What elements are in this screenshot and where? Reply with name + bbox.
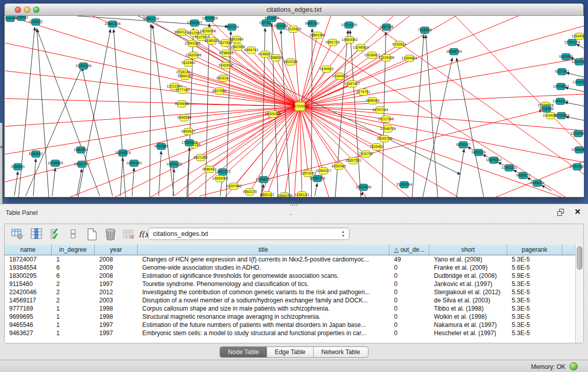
table-cell[interactable]: 1 — [52, 304, 95, 313]
network-node[interactable]: 10655287 — [186, 20, 202, 27]
table-row[interactable]: 1938455462009Genome-wide association stu… — [5, 264, 576, 272]
network-canvas[interactable]: 8960123891295518226058912750210543382818… — [5, 16, 584, 197]
network-node[interactable]: 9329966 — [559, 54, 573, 60]
network-node[interactable]: 12444154 — [552, 98, 568, 105]
network-node[interactable]: 12217948 — [378, 116, 394, 123]
network-node[interactable]: 13246614 — [353, 45, 368, 51]
table-cell[interactable]: Hescheler et al. (1997) — [429, 329, 507, 337]
network-node[interactable]: 3915941 — [11, 164, 25, 170]
network-node[interactable]: 16210643 — [553, 113, 569, 119]
table-cell[interactable]: 0 — [389, 304, 429, 313]
table-cell[interactable]: 49 — [389, 255, 429, 264]
table-row[interactable]: 2242004622012Investigating the contribut… — [5, 288, 576, 296]
network-node[interactable]: 8427552 — [212, 88, 226, 95]
table-cell[interactable]: Estimation of significance thresholds fo… — [138, 272, 389, 280]
table-cell[interactable]: Nakamura et al. (1997) — [429, 321, 507, 329]
tab-node-table[interactable]: Node Table — [220, 347, 267, 357]
table-cell[interactable]: Dudbridge et al. (2008) — [429, 272, 507, 280]
table-cell[interactable]: Franke et al. (2009) — [429, 264, 507, 272]
memory-ok-led-icon[interactable] — [570, 362, 578, 370]
table-cell[interactable]: 0 — [389, 280, 429, 288]
table-cell[interactable]: Tibbo et al. (1998) — [429, 304, 507, 313]
network-node[interactable]: 12160365 — [570, 130, 584, 137]
close-panel-icon[interactable]: ✕ — [574, 207, 581, 216]
network-node[interactable]: 11534908 — [572, 33, 584, 40]
network-node[interactable]: 16046798 — [376, 136, 392, 142]
network-node[interactable]: 9153624 — [392, 41, 406, 48]
table-cell[interactable]: 1997 — [95, 329, 138, 337]
column-header-name[interactable]: name — [5, 245, 52, 255]
table-cell[interactable]: Embryonic stem cells: a model to study s… — [138, 329, 389, 337]
network-node[interactable]: 21266344 — [396, 182, 412, 188]
network-node[interactable]: 11215438 — [379, 55, 395, 61]
table-cell[interactable]: 5.3E-5 — [507, 296, 562, 304]
table-cell[interactable]: 1997 — [95, 321, 138, 329]
table-row[interactable]: 1872400712008Changes of HCN gene express… — [5, 255, 576, 264]
table-cell[interactable]: 6 — [52, 264, 95, 272]
column-header-title[interactable]: title — [138, 245, 389, 255]
network-node[interactable]: 10038412 — [364, 52, 380, 59]
table-cell[interactable]: 0 — [389, 264, 429, 272]
table-cell[interactable]: 0 — [389, 329, 429, 337]
network-node[interactable]: 14853083 — [341, 37, 357, 43]
network-node[interactable]: 2035572 — [29, 19, 42, 26]
table-cell[interactable]: 14569117 — [5, 296, 52, 304]
table-cell[interactable]: 22420046 — [5, 288, 52, 296]
table-row[interactable]: 969969511998Structural magnetic resonanc… — [5, 313, 576, 321]
network-node[interactable]: 12923446 — [355, 184, 371, 191]
table-cell[interactable]: 5.3E-5 — [507, 280, 562, 288]
table-cell[interactable]: 2008 — [95, 255, 138, 264]
table-cell[interactable]: 5.3E-5 — [507, 313, 562, 321]
table-cell[interactable]: 5.3E-5 — [507, 255, 562, 264]
table-row[interactable]: 1456911722003Disruption of a novel membe… — [5, 296, 576, 304]
network-node[interactable]: 1667135 — [379, 24, 393, 31]
network-node[interactable]: 8215958 — [539, 106, 553, 113]
table-cell[interactable]: 1 — [52, 313, 95, 321]
table-cell[interactable]: Changes of HCN gene expression and I(f) … — [138, 255, 389, 264]
table-cell[interactable]: Jankovic et al. (1997) — [429, 280, 507, 288]
network-node[interactable]: 10797344 — [372, 107, 388, 114]
table-cell[interactable]: 2003 — [95, 296, 138, 304]
network-node[interactable]: 9465546 — [177, 115, 191, 121]
network-node[interactable]: 21053346 — [75, 63, 91, 70]
table-cell[interactable]: 18300295 — [5, 272, 52, 280]
new-document-icon[interactable] — [85, 228, 99, 241]
table-cell[interactable]: 1 — [52, 255, 95, 264]
table-cell[interactable]: 5.9E-5 — [507, 272, 562, 280]
table-cell[interactable]: 2 — [52, 280, 95, 288]
column-header-in-degree[interactable]: in_degree — [52, 245, 95, 255]
table-cell[interactable]: 19384554 — [5, 264, 52, 272]
network-node[interactable]: 10719155 — [341, 22, 357, 29]
table-cell[interactable]: 6 — [52, 272, 95, 280]
network-node[interactable]: 2060504 — [74, 147, 88, 154]
network-node[interactable]: 9242848 — [219, 62, 232, 69]
column-settings-table-icon[interactable] — [11, 228, 24, 241]
network-node[interactable]: 8660123 — [260, 192, 274, 198]
table-cell[interactable]: 2008 — [95, 272, 138, 280]
column-header-out-de-[interactable]: △ out_de... — [389, 245, 429, 255]
tab-edge-table[interactable]: Edge Table — [267, 347, 314, 357]
table-cell[interactable]: 5.6E-5 — [507, 264, 562, 272]
table-scrollbar[interactable] — [575, 245, 583, 343]
table-row[interactable]: 977716911998Corpus callosum shape and si… — [5, 304, 576, 313]
network-node[interactable]: 11451940 — [126, 160, 142, 167]
network-node[interactable]: 2803144 — [216, 75, 230, 82]
rows-icon[interactable] — [67, 228, 80, 241]
network-node[interactable]: 9115460 — [182, 60, 195, 67]
table-cell[interactable]: Structural magnetic resonance image aver… — [138, 313, 389, 321]
table-cell[interactable]: Wolkin et al. (1998) — [429, 313, 507, 321]
table-cell[interactable]: 1 — [52, 329, 95, 337]
network-node[interactable]: 10565894 — [571, 147, 584, 154]
network-node[interactable]: 1588520 — [269, 55, 282, 61]
network-node[interactable]: 16648784 — [446, 49, 462, 55]
network-node[interactable]: 9779751 — [356, 89, 370, 96]
table-cell[interactable]: Estimation of the future numbers of pati… — [138, 321, 389, 329]
network-node[interactable]: 20206576 — [115, 150, 130, 157]
network-node[interactable]: 10495055 — [212, 176, 228, 182]
network-node[interactable]: 9227343 — [555, 69, 569, 75]
table-cell[interactable]: 5.3E-5 — [507, 304, 562, 313]
network-node[interactable]: 8350510 — [29, 151, 42, 158]
table-row[interactable]: 911546021997Tourette syndrome. Phenomeno… — [5, 280, 576, 288]
network-node[interactable]: 2200738 — [359, 151, 373, 158]
table-cell[interactable]: 0 — [389, 288, 429, 296]
